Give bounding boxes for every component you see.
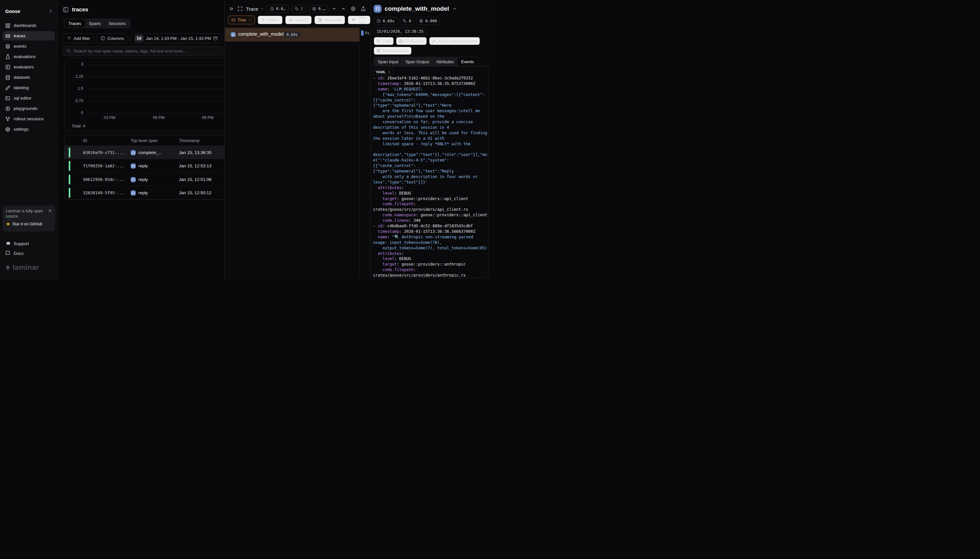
sidebar-item-label: settings (13, 127, 29, 132)
trace-duration-badge[interactable]: 0.6… (267, 5, 289, 13)
sidebar-item-rollout-sessions[interactable]: rollout sessions (3, 114, 55, 124)
detail-tab-span-output[interactable]: Span Output (402, 57, 433, 66)
sidebar-item-events[interactable]: events (3, 41, 55, 51)
yaml-line: code.filepath: (373, 202, 487, 207)
columns-button[interactable]: Columns (97, 33, 128, 43)
tab-spans[interactable]: Spans (85, 20, 105, 27)
filter-icon (67, 36, 71, 41)
trace-dropdown[interactable]: Trace (246, 6, 264, 12)
trace-tokens-badge[interactable]: ( (292, 5, 306, 13)
table-row[interactable]: 63010af0-cf31-... {} complete_... Jan 15… (64, 146, 224, 159)
tags-button[interactable]: Tags (374, 37, 394, 45)
chevron-up-icon[interactable] (341, 7, 346, 11)
table-row[interactable]: 50b12956-03dc-... {} reply Jan 15, 12:51… (64, 173, 224, 186)
events-yaml-code: - id: 26ee3af4-5162-46b2-8bec-3c9ada2f92… (373, 76, 487, 277)
table-row[interactable]: f1f09250-1a82-... {} reply Jan 15, 12:53… (64, 159, 224, 172)
footer-item-support[interactable]: Support (3, 239, 55, 248)
search-input[interactable] (74, 49, 220, 53)
yaml-line: are the first few user messages:\ntell m… (373, 109, 487, 114)
status-bar (69, 174, 70, 185)
x-tick-label: 09 PM (202, 116, 214, 120)
maximize-icon[interactable] (238, 6, 243, 12)
tab-sessions[interactable]: Sessions (105, 20, 130, 27)
yaml-line: crates/goose/src/providers/api_client.rs (373, 207, 487, 213)
chevron-down-icon[interactable] (332, 7, 337, 11)
sidebar-item-evaluations[interactable]: evaluations (3, 52, 55, 61)
add-to-dataset-button[interactable]: Add to dataset (374, 47, 412, 55)
detail-tab-attributes[interactable]: Attributes (433, 57, 458, 66)
star-on-github-label: Star it on GitHub (12, 222, 42, 226)
sidebar-item-dashboards[interactable]: dashboards (3, 21, 55, 30)
detail-tab-events[interactable]: Events (458, 57, 478, 66)
play-circle-icon[interactable] (351, 6, 356, 12)
span-row-complete-with-model[interactable]: {} complete_with_model 0.69s (225, 28, 360, 41)
yaml-line: target: goose::providers::anthropic (373, 262, 487, 268)
tree-view-dropdown[interactable]: Tree (228, 16, 255, 24)
sidebar-item-datasets[interactable]: datasets (3, 73, 55, 82)
add-filter-button[interactable]: Add filter (63, 33, 94, 43)
workspace-name: Goose (5, 8, 20, 14)
traces-table: IDTop level spanTimestamp 63010af0-cf31-… (64, 135, 224, 200)
chevrons-up-down-icon (49, 9, 53, 13)
sidebar-footer: SupportDocs (3, 239, 55, 258)
chart-gridline (88, 101, 224, 101)
panel-left-icon[interactable] (63, 7, 69, 13)
yaml-line: [{"cache_control": (373, 98, 487, 103)
clock-icon (270, 7, 274, 11)
trace-timestamp: Jan 15, 12:51:06 (179, 177, 212, 182)
top-level-span: reply (139, 190, 148, 195)
sidebar-item-settings[interactable]: settings (3, 124, 55, 134)
toolbar-divider (224, 26, 370, 27)
footer-item-docs[interactable]: Docs (3, 248, 55, 258)
date-range-label: Jan 14, 1:43 PM - Jan 15, 1:43 PM (146, 36, 211, 41)
metadata-button[interactable]: Metadata (314, 16, 345, 24)
format-select[interactable]: YAML (373, 68, 393, 75)
open-source-banner: Laminar is fully open source Star it on … (3, 205, 55, 232)
laminar-wordmark: laminar (13, 263, 39, 272)
add-to-labeling-queue-button[interactable]: Add to labeling queue (429, 37, 480, 45)
workspace-switcher[interactable]: Goose (3, 7, 55, 16)
top-level-span: reply (139, 177, 148, 182)
tab-traces[interactable]: Traces (64, 20, 85, 27)
sidebar-item-playgrounds[interactable]: playgrounds (3, 104, 55, 113)
ask-ai-button[interactable]: Ask AI (348, 16, 370, 24)
sidebar-item-sql-editor[interactable]: sql editor (3, 93, 55, 103)
column-header-id: ID (83, 138, 87, 143)
tree-connector (228, 28, 231, 35)
database-icon (5, 75, 10, 80)
trace-toolbar: Trace 0.6… ( 0.… (228, 4, 366, 13)
sidebar-item-evaluators[interactable]: evaluators (3, 62, 55, 72)
yaml-line: the session later in a UI with (373, 136, 487, 142)
filters-button[interactable]: Filters (257, 16, 282, 24)
dollar-icon (419, 19, 423, 23)
sidebar: Goose dashboardstraceseventsevaluationse… (0, 0, 58, 280)
sidebar-item-traces[interactable]: traces (3, 31, 55, 41)
star-on-github-link[interactable]: Star it on GitHub (6, 222, 52, 226)
sidebar-item-labeling[interactable]: labeling (3, 83, 55, 93)
evaluators-button[interactable]: Evaluators (396, 37, 427, 45)
chevron-down-icon[interactable] (452, 7, 457, 11)
column-header-top-level-span: Top level span (130, 138, 157, 143)
search-button[interactable]: Search (285, 16, 312, 24)
play-icon (5, 106, 10, 111)
date-range-button[interactable]: 1d Jan 14, 1:43 PM - Jan 15, 1:43 PM (130, 33, 222, 43)
trace-id: 50b12956-03dc-... (83, 177, 124, 182)
close-icon[interactable] (48, 208, 52, 213)
trace-cost-badge[interactable]: 0.… (309, 5, 328, 13)
trace-id: f1f09250-1a82-... (83, 164, 124, 168)
chevron-down-icon (260, 7, 264, 11)
span-timestamp-badge: 15/01/2026, 13:36:35 (374, 27, 426, 35)
span-type-icon: {} (231, 32, 236, 37)
span-tokens-stat: 0 (399, 17, 414, 25)
table-row[interactable]: 32638149-5f95-... {} reply Jan 15, 12:50… (64, 186, 224, 199)
yaml-line: code.filepath: (373, 268, 487, 273)
share-icon[interactable] (361, 6, 366, 12)
detail-tab-span-input[interactable]: Span Input (374, 57, 402, 66)
span-details-panel: {} complete_with_model 0.69s 0 0.000 15/… (370, 0, 490, 280)
yaml-line: output_tokens=Some(7), total_tokens=Some… (373, 246, 487, 251)
collapse-panel-icon[interactable] (228, 6, 234, 12)
yaml-line: {"type":"ephemeral"},"text":"Here (373, 103, 487, 109)
timeline-span-bar (361, 30, 364, 36)
grid-icon (5, 23, 10, 28)
dollar-icon (312, 7, 316, 11)
